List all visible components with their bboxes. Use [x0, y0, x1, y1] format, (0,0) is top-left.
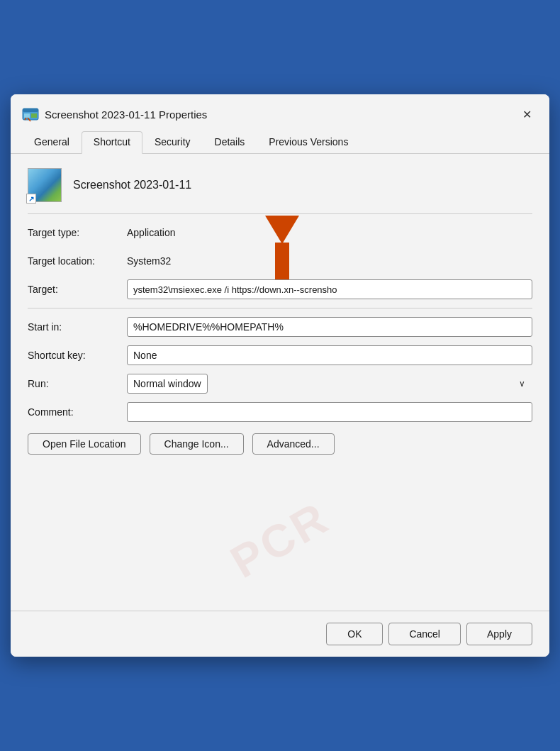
window-icon [22, 106, 39, 123]
target-type-label: Target type: [28, 227, 127, 238]
close-button[interactable]: ✕ [515, 103, 538, 126]
svg-rect-2 [24, 113, 30, 118]
start-in-row: Start in: [28, 317, 532, 337]
action-buttons: Open File Location Change Icon... Advanc… [28, 433, 532, 455]
tab-general[interactable]: General [22, 131, 82, 154]
target-location-label: Target location: [28, 255, 127, 267]
target-type-value: Application [127, 227, 176, 238]
comment-label: Comment: [28, 406, 127, 418]
window-title: Screenshot 2023-01-11 Properties [45, 109, 207, 121]
change-icon-button[interactable]: Change Icon... [150, 433, 244, 455]
comment-input[interactable] [127, 402, 532, 422]
tab-previous-versions[interactable]: Previous Versions [257, 131, 360, 154]
svg-rect-3 [31, 113, 37, 118]
file-header: ↗ Screenshot 2023-01-11 [28, 168, 532, 202]
target-input[interactable] [127, 279, 532, 299]
run-label: Run: [28, 378, 127, 389]
tab-content: ↗ Screenshot 2023-01-11 Target type: App… [11, 154, 549, 469]
bottom-bar: OK Cancel Apply [11, 611, 549, 657]
shortcut-key-label: Shortcut key: [28, 350, 127, 361]
run-row: Run: Normal window Minimized Maximized [28, 374, 532, 394]
cancel-button[interactable]: Cancel [388, 623, 461, 645]
file-name: Screenshot 2023-01-11 [73, 179, 191, 191]
tab-bar: General Shortcut Security Details Previo… [11, 126, 549, 154]
shortcut-arrow-badge: ↗ [26, 194, 36, 204]
apply-button[interactable]: Apply [466, 623, 532, 645]
divider-1 [28, 213, 532, 214]
advanced-button[interactable]: Advanced... [252, 433, 335, 455]
tab-security[interactable]: Security [142, 131, 203, 154]
run-select[interactable]: Normal window Minimized Maximized [127, 374, 208, 394]
target-location-row: Target location: System32 [28, 251, 532, 271]
tab-details[interactable]: Details [203, 131, 257, 154]
target-location-value: System32 [127, 255, 171, 267]
file-icon-wrap: ↗ [28, 168, 62, 202]
shortcut-key-row: Shortcut key: [28, 345, 532, 365]
watermark: PCR [11, 469, 549, 611]
start-in-input[interactable] [127, 317, 532, 337]
comment-row: Comment: [28, 402, 532, 422]
tab-shortcut[interactable]: Shortcut [82, 131, 142, 154]
divider-2 [28, 308, 532, 308]
ok-button[interactable]: OK [326, 623, 383, 645]
svg-rect-1 [23, 109, 38, 112]
start-in-label: Start in: [28, 321, 127, 333]
target-label: Target: [28, 284, 127, 295]
target-type-row: Target type: Application [28, 223, 532, 243]
target-row: Target: [28, 279, 532, 299]
content-spacer: PCR [11, 469, 549, 611]
shortcut-key-input[interactable] [127, 345, 532, 365]
run-select-wrap: Normal window Minimized Maximized [127, 374, 532, 394]
open-file-location-button[interactable]: Open File Location [28, 433, 141, 455]
